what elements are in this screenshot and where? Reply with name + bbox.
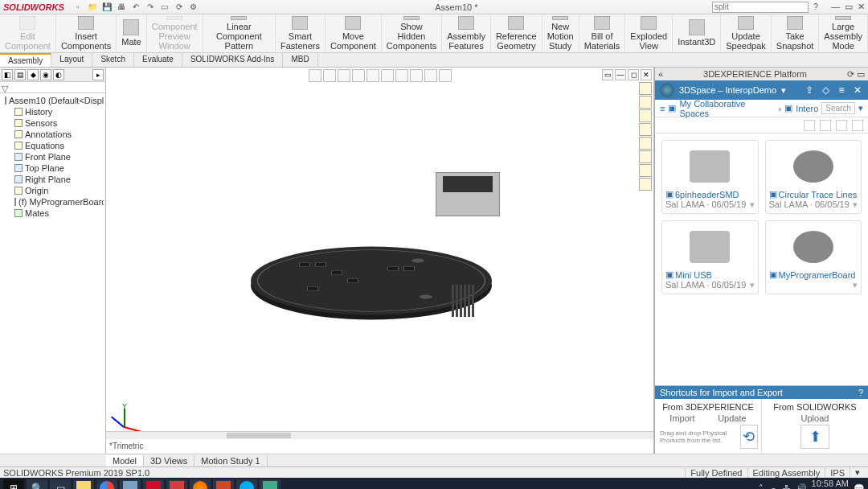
content-card[interactable]: ▣6pinheaderSMDSal LAMA · 06/05/19▾: [661, 140, 759, 214]
content-card[interactable]: ▣MyProgramerBoard▾: [765, 220, 862, 294]
tree-item[interactable]: Right Plane: [2, 174, 104, 185]
new-icon[interactable]: ▫: [72, 2, 84, 13]
undo-icon[interactable]: ↶: [130, 2, 141, 13]
redo-icon[interactable]: ↷: [145, 2, 156, 13]
tree-item[interactable]: Front Plane: [2, 151, 104, 162]
ribbon-update[interactable]: UpdateSpeedpak: [721, 14, 772, 52]
taskpane-fileexp-icon[interactable]: [639, 109, 652, 122]
graphics-viewport[interactable]: ▭ — ◻ ✕: [106, 68, 654, 454]
start-button[interactable]: ⊞: [3, 479, 24, 489]
units-label[interactable]: IPS: [825, 468, 850, 478]
taskbar-app1[interactable]: [120, 479, 141, 489]
chevron-down-icon[interactable]: ▾: [781, 85, 786, 96]
prop-tab-icon[interactable]: ◆: [27, 69, 39, 80]
options-icon[interactable]: ⚙: [188, 2, 199, 13]
taskpane-deslib-icon[interactable]: [639, 96, 652, 109]
content-card[interactable]: ▣Mini USBSal LAMA · 06/05/19▾: [661, 220, 759, 294]
vp-close-icon[interactable]: ✕: [641, 69, 652, 80]
rebuild-icon[interactable]: ⟳: [174, 2, 185, 13]
xp-tag-icon[interactable]: ◇: [820, 84, 831, 96]
taskpane-viewpal-icon[interactable]: [639, 123, 652, 136]
xp-share-icon[interactable]: ⇪: [804, 84, 815, 96]
xp-refresh-icon[interactable]: ⟳: [847, 69, 854, 79]
scene-icon[interactable]: [424, 69, 437, 82]
close-button[interactable]: ✕: [858, 2, 865, 12]
ribbon-take[interactable]: TakeSnapshot: [772, 14, 819, 52]
appearance-tab-icon[interactable]: ◐: [53, 69, 64, 80]
ribbon-assembly[interactable]: AssemblyFeatures: [442, 14, 491, 52]
tree-item[interactable]: Sensors: [2, 117, 104, 129]
tree-item[interactable]: Equations: [2, 140, 104, 151]
xp-close-icon[interactable]: ✕: [852, 84, 863, 96]
tree-item[interactable]: Origin: [2, 185, 104, 196]
bottom-tab-model[interactable]: Model: [106, 455, 144, 466]
vp-max-icon[interactable]: ◻: [628, 69, 639, 80]
taskbar-chrome[interactable]: [96, 479, 117, 489]
system-tray[interactable]: ˄ ☁ 🖧 🔊 10:58 AM 6/5/2019 💬: [759, 479, 865, 489]
crumb-collab[interactable]: My Collaborative Spaces: [679, 99, 775, 118]
vp-split-icon[interactable]: ▭: [602, 69, 613, 80]
search-button[interactable]: 🔍: [27, 479, 47, 489]
tree-root[interactable]: Assem10 (Default<Display State-1>): [2, 95, 104, 106]
taskbar-explorer[interactable]: [73, 479, 94, 489]
zoom-area-icon[interactable]: [323, 69, 336, 82]
vp-min-icon[interactable]: —: [615, 69, 626, 80]
taskbar-solidworks[interactable]: [143, 479, 164, 489]
tab-solidworks-add-ins[interactable]: SOLIDWORKS Add-Ins: [182, 53, 283, 67]
ribbon-bill-of[interactable]: Bill ofMaterials: [579, 14, 626, 52]
view-orient-icon[interactable]: [366, 69, 379, 82]
hamburger-icon[interactable]: ≡: [660, 104, 665, 113]
ribbon-new[interactable]: NewMotionStudy: [542, 14, 579, 52]
chevron-down-icon[interactable]: ▾: [858, 103, 863, 113]
ribbon-reference[interactable]: ReferenceGeometry: [491, 14, 542, 52]
xp-space-name[interactable]: 3DSpace – InteropDemo: [679, 85, 776, 95]
taskpane-custom-icon[interactable]: [639, 150, 652, 163]
tab-mbd[interactable]: MBD: [283, 53, 317, 67]
ribbon-insert[interactable]: InsertComponents: [56, 14, 117, 52]
tree-item[interactable]: History: [2, 106, 104, 117]
ribbon-show[interactable]: ShowHiddenComponents: [382, 14, 442, 52]
title-search-input[interactable]: [712, 2, 809, 13]
tree-item[interactable]: Annotations: [2, 129, 104, 140]
display-style-icon[interactable]: [381, 69, 394, 82]
crumb-space[interactable]: Intero: [796, 104, 818, 113]
ribbon-large[interactable]: LargeAssemblyMode: [819, 14, 868, 52]
help-icon[interactable]: ?: [810, 2, 821, 13]
xp-info-icon[interactable]: [852, 120, 863, 131]
tab-sketch[interactable]: Sketch: [92, 53, 134, 67]
status-chevron-icon[interactable]: ▾: [850, 467, 865, 478]
bottom-tab-motion-study-1[interactable]: Motion Study 1: [194, 455, 267, 466]
xp-grid-icon[interactable]: [820, 120, 831, 131]
tab-evaluate[interactable]: Evaluate: [134, 53, 182, 67]
select-icon[interactable]: ▭: [159, 2, 170, 13]
upload-button[interactable]: ⬆: [800, 425, 829, 449]
zoom-fit-icon[interactable]: [309, 69, 321, 82]
xp-pop-icon[interactable]: ▭: [857, 69, 865, 79]
ribbon-instant3d[interactable]: Instant3D: [673, 14, 721, 52]
hide-show-icon[interactable]: [395, 69, 408, 82]
tree-item[interactable]: Top Plane: [2, 162, 104, 174]
expand-icon[interactable]: ▸: [92, 69, 104, 80]
compass-icon[interactable]: [660, 83, 674, 97]
help-icon[interactable]: ?: [858, 388, 863, 397]
tab-assembly[interactable]: Assembly: [0, 53, 51, 67]
xp-expand-icon[interactable]: «: [658, 69, 663, 79]
taskbar-skype[interactable]: [236, 479, 257, 489]
config-tab-icon[interactable]: ▤: [14, 69, 26, 80]
content-card[interactable]: ▣Circular Trace LinesSal LAMA · 06/05/19…: [765, 140, 862, 214]
section-icon[interactable]: [352, 69, 365, 82]
taskpane-3dx-icon[interactable]: [639, 178, 652, 191]
appearance-icon[interactable]: [410, 69, 423, 82]
taskbar-app2[interactable]: [166, 479, 187, 489]
xp-menu-icon[interactable]: ≡: [836, 84, 847, 96]
display-tab-icon[interactable]: ◉: [40, 69, 51, 80]
tree-item[interactable]: (f) MyProgramerBoard<1> (Defau: [2, 196, 104, 208]
bottom-tab-3d-views[interactable]: 3D Views: [144, 455, 194, 466]
xp-sort-icon[interactable]: [804, 120, 815, 131]
update-button[interactable]: ⟲: [740, 425, 758, 449]
xp-search-input[interactable]: Search: [821, 102, 855, 114]
fm-tab-icon[interactable]: ◧: [2, 69, 13, 80]
ribbon-exploded[interactable]: ExplodedView: [625, 14, 673, 52]
minimize-button[interactable]: —: [831, 2, 840, 12]
ribbon-move[interactable]: MoveComponent: [326, 14, 382, 52]
